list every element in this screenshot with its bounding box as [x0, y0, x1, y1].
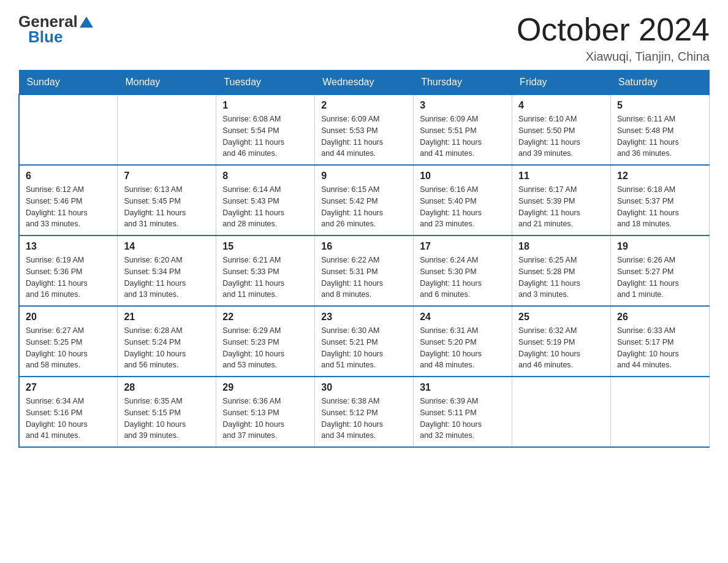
- calendar-cell: 20Sunrise: 6:27 AM Sunset: 5:25 PM Dayli…: [19, 306, 118, 377]
- day-number: 30: [321, 382, 407, 393]
- day-number: 14: [124, 241, 210, 252]
- weekday-header-sunday: Sunday: [19, 71, 118, 95]
- calendar-cell: 11Sunrise: 6:17 AM Sunset: 5:39 PM Dayli…: [512, 165, 611, 236]
- calendar-cell: 14Sunrise: 6:20 AM Sunset: 5:34 PM Dayli…: [118, 236, 216, 306]
- day-info: Sunrise: 6:38 AM Sunset: 5:12 PM Dayligh…: [321, 396, 407, 442]
- day-info: Sunrise: 6:24 AM Sunset: 5:30 PM Dayligh…: [420, 255, 506, 301]
- day-number: 27: [26, 382, 111, 393]
- calendar-cell: 18Sunrise: 6:25 AM Sunset: 5:28 PM Dayli…: [512, 236, 611, 306]
- day-info: Sunrise: 6:34 AM Sunset: 5:16 PM Dayligh…: [26, 396, 111, 442]
- day-number: 7: [124, 170, 210, 182]
- day-number: 21: [124, 312, 210, 323]
- weekday-header-saturday: Saturday: [611, 71, 710, 95]
- calendar-cell: 13Sunrise: 6:19 AM Sunset: 5:36 PM Dayli…: [19, 236, 118, 306]
- day-number: 13: [26, 241, 111, 252]
- weekday-header-tuesday: Tuesday: [216, 71, 315, 95]
- calendar-cell: 10Sunrise: 6:16 AM Sunset: 5:40 PM Dayli…: [414, 165, 512, 236]
- day-info: Sunrise: 6:19 AM Sunset: 5:36 PM Dayligh…: [26, 255, 111, 301]
- day-number: 5: [617, 100, 703, 111]
- title-area: October 2024 Xiawuqi, Tianjin, China: [517, 12, 710, 64]
- day-number: 15: [222, 241, 308, 252]
- day-info: Sunrise: 6:39 AM Sunset: 5:11 PM Dayligh…: [420, 396, 506, 442]
- day-number: 29: [222, 382, 308, 393]
- calendar-cell: 31Sunrise: 6:39 AM Sunset: 5:11 PM Dayli…: [414, 377, 512, 447]
- day-info: Sunrise: 6:28 AM Sunset: 5:24 PM Dayligh…: [124, 325, 210, 371]
- month-title: October 2024: [517, 12, 710, 47]
- day-info: Sunrise: 6:11 AM Sunset: 5:48 PM Dayligh…: [617, 113, 703, 159]
- calendar-cell: 1Sunrise: 6:08 AM Sunset: 5:54 PM Daylig…: [216, 94, 315, 165]
- day-number: 3: [420, 100, 506, 111]
- calendar-cell: 21Sunrise: 6:28 AM Sunset: 5:24 PM Dayli…: [118, 306, 216, 377]
- calendar-week-2: 6Sunrise: 6:12 AM Sunset: 5:46 PM Daylig…: [19, 165, 710, 236]
- calendar-week-4: 20Sunrise: 6:27 AM Sunset: 5:25 PM Dayli…: [19, 306, 710, 377]
- day-info: Sunrise: 6:09 AM Sunset: 5:53 PM Dayligh…: [321, 113, 407, 159]
- day-info: Sunrise: 6:16 AM Sunset: 5:40 PM Dayligh…: [420, 184, 506, 230]
- day-number: 11: [518, 170, 604, 182]
- calendar-cell: [118, 94, 216, 165]
- day-number: 10: [420, 170, 506, 182]
- calendar-week-3: 13Sunrise: 6:19 AM Sunset: 5:36 PM Dayli…: [19, 236, 710, 306]
- day-number: 16: [321, 241, 407, 252]
- day-info: Sunrise: 6:22 AM Sunset: 5:31 PM Dayligh…: [321, 255, 407, 301]
- calendar-cell: 24Sunrise: 6:31 AM Sunset: 5:20 PM Dayli…: [414, 306, 512, 377]
- day-number: 19: [617, 241, 703, 252]
- logo-triangle-icon: [80, 15, 93, 29]
- day-number: 26: [617, 312, 703, 323]
- day-info: Sunrise: 6:15 AM Sunset: 5:42 PM Dayligh…: [321, 184, 407, 230]
- calendar-cell: 29Sunrise: 6:36 AM Sunset: 5:13 PM Dayli…: [216, 377, 315, 447]
- day-info: Sunrise: 6:17 AM Sunset: 5:39 PM Dayligh…: [518, 184, 604, 230]
- day-info: Sunrise: 6:09 AM Sunset: 5:51 PM Dayligh…: [420, 113, 506, 159]
- day-number: 23: [321, 312, 407, 323]
- day-info: Sunrise: 6:26 AM Sunset: 5:27 PM Dayligh…: [617, 255, 703, 301]
- calendar-cell: 23Sunrise: 6:30 AM Sunset: 5:21 PM Dayli…: [315, 306, 414, 377]
- calendar-cell: [19, 94, 118, 165]
- day-info: Sunrise: 6:32 AM Sunset: 5:19 PM Dayligh…: [518, 325, 604, 371]
- weekday-header-friday: Friday: [512, 71, 611, 95]
- day-number: 25: [518, 312, 604, 323]
- calendar-cell: 5Sunrise: 6:11 AM Sunset: 5:48 PM Daylig…: [611, 94, 710, 165]
- calendar-cell: 15Sunrise: 6:21 AM Sunset: 5:33 PM Dayli…: [216, 236, 315, 306]
- logo: General Blue: [18, 12, 93, 47]
- day-info: Sunrise: 6:10 AM Sunset: 5:50 PM Dayligh…: [518, 113, 604, 159]
- day-info: Sunrise: 6:13 AM Sunset: 5:45 PM Dayligh…: [124, 184, 210, 230]
- day-number: 9: [321, 170, 407, 182]
- calendar-cell: 4Sunrise: 6:10 AM Sunset: 5:50 PM Daylig…: [512, 94, 611, 165]
- calendar-table: SundayMondayTuesdayWednesdayThursdayFrid…: [18, 70, 710, 448]
- day-info: Sunrise: 6:08 AM Sunset: 5:54 PM Dayligh…: [222, 113, 308, 159]
- calendar-week-1: 1Sunrise: 6:08 AM Sunset: 5:54 PM Daylig…: [19, 94, 710, 165]
- day-number: 18: [518, 241, 604, 252]
- page-header: General Blue October 2024 Xiawuqi, Tianj…: [18, 12, 710, 64]
- day-number: 17: [420, 241, 506, 252]
- day-info: Sunrise: 6:20 AM Sunset: 5:34 PM Dayligh…: [124, 255, 210, 301]
- calendar-cell: 27Sunrise: 6:34 AM Sunset: 5:16 PM Dayli…: [19, 377, 118, 447]
- day-info: Sunrise: 6:25 AM Sunset: 5:28 PM Dayligh…: [518, 255, 604, 301]
- calendar-cell: 6Sunrise: 6:12 AM Sunset: 5:46 PM Daylig…: [19, 165, 118, 236]
- calendar-cell: 19Sunrise: 6:26 AM Sunset: 5:27 PM Dayli…: [611, 236, 710, 306]
- calendar-cell: 8Sunrise: 6:14 AM Sunset: 5:43 PM Daylig…: [216, 165, 315, 236]
- day-info: Sunrise: 6:27 AM Sunset: 5:25 PM Dayligh…: [26, 325, 111, 371]
- calendar-cell: [512, 377, 611, 447]
- calendar-week-5: 27Sunrise: 6:34 AM Sunset: 5:16 PM Dayli…: [19, 377, 710, 447]
- calendar-cell: 22Sunrise: 6:29 AM Sunset: 5:23 PM Dayli…: [216, 306, 315, 377]
- calendar-cell: 25Sunrise: 6:32 AM Sunset: 5:19 PM Dayli…: [512, 306, 611, 377]
- day-number: 8: [222, 170, 308, 182]
- calendar-cell: 7Sunrise: 6:13 AM Sunset: 5:45 PM Daylig…: [118, 165, 216, 236]
- day-info: Sunrise: 6:31 AM Sunset: 5:20 PM Dayligh…: [420, 325, 506, 371]
- weekday-header-wednesday: Wednesday: [315, 71, 414, 95]
- day-number: 12: [617, 170, 703, 182]
- day-number: 4: [518, 100, 604, 111]
- day-info: Sunrise: 6:33 AM Sunset: 5:17 PM Dayligh…: [617, 325, 703, 371]
- day-number: 2: [321, 100, 407, 111]
- calendar-cell: 26Sunrise: 6:33 AM Sunset: 5:17 PM Dayli…: [611, 306, 710, 377]
- day-info: Sunrise: 6:12 AM Sunset: 5:46 PM Dayligh…: [26, 184, 111, 230]
- day-number: 6: [26, 170, 111, 182]
- day-number: 31: [420, 382, 506, 393]
- weekday-header-monday: Monday: [118, 71, 216, 95]
- day-info: Sunrise: 6:35 AM Sunset: 5:15 PM Dayligh…: [124, 396, 210, 442]
- calendar-cell: 2Sunrise: 6:09 AM Sunset: 5:53 PM Daylig…: [315, 94, 414, 165]
- calendar-cell: 17Sunrise: 6:24 AM Sunset: 5:30 PM Dayli…: [414, 236, 512, 306]
- calendar-cell: 9Sunrise: 6:15 AM Sunset: 5:42 PM Daylig…: [315, 165, 414, 236]
- calendar-cell: 16Sunrise: 6:22 AM Sunset: 5:31 PM Dayli…: [315, 236, 414, 306]
- day-info: Sunrise: 6:30 AM Sunset: 5:21 PM Dayligh…: [321, 325, 407, 371]
- day-number: 22: [222, 312, 308, 323]
